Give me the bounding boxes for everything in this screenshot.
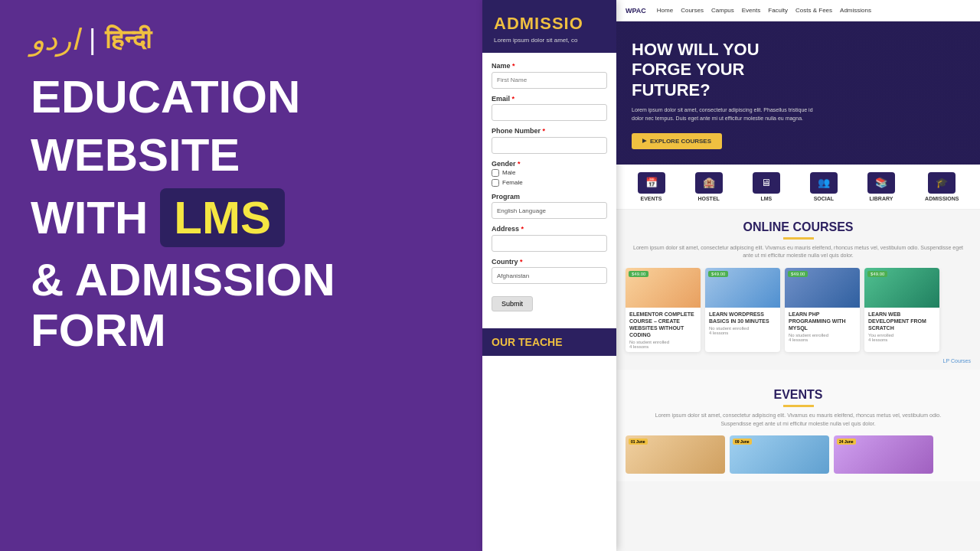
library-icon: 📚 xyxy=(867,172,895,194)
event-date-1: 01 June xyxy=(629,439,648,445)
course-img-web: $49.00 xyxy=(864,268,939,308)
urdu-text: اردو xyxy=(31,23,80,57)
lms-text: LMS xyxy=(174,192,271,243)
gender-label: Gender * xyxy=(492,160,607,168)
nav-costs[interactable]: Costs & Fees xyxy=(795,7,832,14)
country-input[interactable] xyxy=(492,267,607,284)
events-section: EVENTS Lorem ipsum dolor sit amet, conse… xyxy=(616,370,980,481)
course-meta-php: No student enrolled 4 lessons xyxy=(789,333,856,342)
country-label: Country * xyxy=(492,258,607,266)
event-card-2[interactable]: 09 June xyxy=(730,435,829,474)
email-label: Email * xyxy=(492,95,607,103)
nav-admissions[interactable]: Admissions xyxy=(840,7,871,14)
course-card-php[interactable]: $49.00 LEARN PHP PROGRAMMING WITH MYSQL … xyxy=(785,268,860,352)
email-input[interactable] xyxy=(492,104,607,121)
course-img-elementor: $49.00 xyxy=(626,268,701,308)
events-section-title: EVENTS xyxy=(626,388,971,402)
course-info-php: LEARN PHP PROGRAMMING WITH MYSQL No stud… xyxy=(785,308,860,345)
admission-header-title: ADMISSIO xyxy=(494,14,605,34)
events-label: EVENTS xyxy=(641,196,662,201)
course-info-wordpress: LEARN WORDPRESS BASICS IN 30 MINUTES No … xyxy=(705,308,780,338)
explore-courses-button[interactable]: EXPLORE COURSES xyxy=(632,133,722,149)
course-img-wordpress: $49.00 xyxy=(705,268,780,308)
lang-divider: | xyxy=(89,24,96,56)
with-lms-line: WITH LMS xyxy=(31,188,285,247)
form-body: Name * Email * Phone Number * Gender * M… xyxy=(482,53,616,321)
country-group: Country * xyxy=(492,258,607,285)
course-meta-wordpress: No student enrolled 4 lessons xyxy=(709,326,776,335)
event-card-1[interactable]: 01 June xyxy=(626,435,725,474)
address-label: Address * xyxy=(492,225,607,233)
course-info-web: LEARN WEB DEVELOPMENT FROM SCRATCH You e… xyxy=(864,308,939,345)
admissions-icon: 🎓 xyxy=(928,172,956,194)
lp-courses-link[interactable]: LP Courses xyxy=(616,358,980,370)
course-meta-elementor: No student enrolled 4 lessons xyxy=(629,340,697,349)
nav-home[interactable]: Home xyxy=(657,7,673,14)
address-group: Address * xyxy=(492,225,607,252)
wp-logo: WPAC xyxy=(626,7,646,15)
icon-library[interactable]: 📚 LIBRARY xyxy=(867,172,895,201)
name-group: Name * xyxy=(492,62,607,89)
event-img-wrap-3: 24 June xyxy=(834,435,933,474)
name-input[interactable] xyxy=(492,72,607,89)
our-teachers-title: OUR TEACHE xyxy=(492,336,607,348)
gender-male[interactable]: Male xyxy=(492,169,607,177)
courses-desc: Lorem ipsum dolor sit amet, consectetur … xyxy=(616,244,980,260)
course-price-web: $49.00 xyxy=(867,271,887,277)
email-group: Email * xyxy=(492,95,607,122)
phone-input[interactable] xyxy=(492,137,607,154)
nav-courses[interactable]: Courses xyxy=(681,7,704,14)
title-education: EDUCATION xyxy=(31,72,300,122)
course-card-elementor[interactable]: $49.00 ELEMENTOR COMPLETE COURSE – CREAT… xyxy=(626,268,701,352)
social-icon: 👥 xyxy=(810,172,838,194)
social-label: SOCIAL xyxy=(814,196,834,201)
icon-lms[interactable]: 🖥 LMS xyxy=(753,172,780,201)
gender-male-checkbox[interactable] xyxy=(492,169,499,177)
nav-faculty[interactable]: Faculty xyxy=(768,7,788,14)
course-meta-web: You enrolled 4 lessons xyxy=(868,333,936,342)
wp-navbar: WPAC Home Courses Campus Events Faculty … xyxy=(616,0,980,21)
title-website: WEBSITE xyxy=(31,130,240,181)
nav-events[interactable]: Events xyxy=(742,7,760,14)
phone-label: Phone Number * xyxy=(492,127,607,135)
icon-admissions[interactable]: 🎓 ADMISSIONS xyxy=(925,172,959,201)
course-name-elementor: ELEMENTOR COMPLETE COURSE – CREATE WEBSI… xyxy=(629,311,697,338)
icon-bar: 📅 EVENTS 🏨 HOSTEL 🖥 LMS 👥 SOCIAL 📚 LIBRA… xyxy=(616,165,980,210)
events-underline xyxy=(783,405,814,407)
course-info-elementor: ELEMENTOR COMPLETE COURSE – CREATE WEBSI… xyxy=(626,308,701,352)
icon-events[interactable]: 📅 EVENTS xyxy=(638,172,665,201)
submit-button[interactable]: Submit xyxy=(492,296,533,311)
event-card-3[interactable]: 24 June xyxy=(834,435,933,474)
program-input[interactable] xyxy=(492,202,607,219)
language-header: اردو | हिन्दी xyxy=(31,23,152,57)
nav-campus[interactable]: Campus xyxy=(711,7,734,14)
course-price-php: $49.00 xyxy=(788,271,808,277)
right-panel: WPAC Home Courses Campus Events Faculty … xyxy=(616,0,980,551)
admissions-label: ADMISSIONS xyxy=(925,196,959,201)
admission-header-sub: Lorem ipsum dolor sit amet, co xyxy=(494,37,605,44)
phone-group: Phone Number * xyxy=(492,127,607,154)
left-panel: اردو | हिन्दी EDUCATION WEBSITE WITH LMS… xyxy=(0,0,482,551)
course-price-elementor: $49.00 xyxy=(629,271,648,277)
address-input[interactable] xyxy=(492,235,607,252)
event-date-2: 09 June xyxy=(733,439,752,445)
our-teachers-section: OUR TEACHE xyxy=(482,328,616,356)
course-card-wordpress[interactable]: $49.00 LEARN WORDPRESS BASICS IN 30 MINU… xyxy=(705,268,780,352)
hostel-icon: 🏨 xyxy=(695,172,723,194)
courses-section-title: ONLINE COURSES xyxy=(616,220,980,234)
event-img-wrap-2: 09 June xyxy=(730,435,829,474)
lms-label: LMS xyxy=(760,196,772,201)
gender-female[interactable]: Female xyxy=(492,179,607,187)
course-card-web[interactable]: $49.00 LEARN WEB DEVELOPMENT FROM SCRATC… xyxy=(864,268,939,352)
lms-icon: 🖥 xyxy=(753,172,780,194)
icon-social[interactable]: 👥 SOCIAL xyxy=(810,172,838,201)
admission-header: ADMISSIO Lorem ipsum dolor sit amet, co xyxy=(482,0,616,53)
gender-group: Gender * Male Female xyxy=(492,160,607,187)
event-date-3: 24 June xyxy=(837,439,856,445)
lms-badge: LMS xyxy=(160,188,285,247)
course-name-php: LEARN PHP PROGRAMMING WITH MYSQL xyxy=(789,311,856,331)
course-img-php: $49.00 xyxy=(785,268,860,308)
hero-desc: Lorem ipsum dolor sit amet, consectetur … xyxy=(632,106,815,122)
gender-female-checkbox[interactable] xyxy=(492,179,499,187)
icon-hostel[interactable]: 🏨 HOSTEL xyxy=(695,172,723,201)
